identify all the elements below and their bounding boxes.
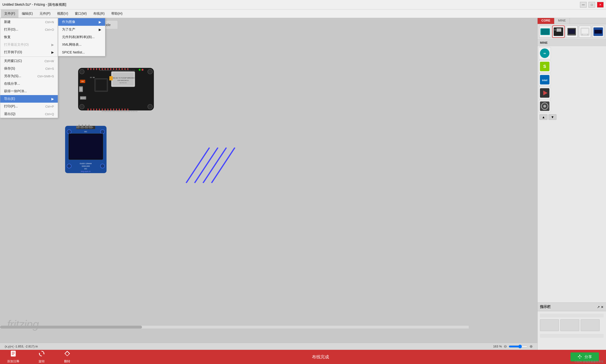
- svg-rect-44: [88, 109, 89, 110]
- export-for-production[interactable]: 为了生产 ▶: [58, 26, 105, 33]
- svg-text:FC 302 AC T2 T2 ESP WROOM 32: FC 302 AC T2 T2 ESP WROOM 32: [110, 77, 136, 79]
- bottom-toolbar: 添加注释 旋转 翻转 布线完成: [0, 350, 606, 364]
- part-thumb-2[interactable]: [552, 26, 565, 38]
- export-netlist-xml[interactable]: XML网络表...: [58, 41, 105, 49]
- minimize-button[interactable]: —: [580, 2, 587, 8]
- svg-point-63: [100, 130, 105, 134]
- svg-rect-98: [595, 30, 602, 33]
- svg-line-2: [203, 148, 226, 183]
- vendor-arduino[interactable]: ∞: [539, 47, 551, 59]
- vendor-icons: ∞ S intel: [538, 46, 606, 121]
- menu-view[interactable]: 视图(V): [54, 10, 71, 18]
- menu-save[interactable]: 保存(S) Ctrl+S: [0, 65, 58, 72]
- svg-rect-93: [582, 29, 588, 34]
- esp-thumb-icon: [553, 26, 564, 37]
- svg-text:I2C: I2C: [84, 168, 87, 170]
- file-menu-dropdown: 新建 Ctrl+N 打开(O)... Ctrl+O 恢复 打开最近文件(O) ▶…: [0, 18, 58, 118]
- svg-rect-37: [119, 68, 120, 70]
- svg-text:S: S: [543, 64, 546, 69]
- divider-1: [0, 56, 58, 57]
- menu-get-pcb[interactable]: 获得一块PCB...: [0, 88, 58, 95]
- svg-text:3V3 GND D15 D2 D4 RX2 TX2 D5 D: 3V3 GND D15 D2 D4 RX2 TX2 D5 D18 D19 D21…: [102, 111, 137, 112]
- share-icon: [577, 354, 583, 360]
- svg-rect-118: [581, 356, 582, 357]
- menu-component[interactable]: 元件(P): [36, 10, 54, 18]
- indicator-close-button[interactable]: ✕: [601, 305, 604, 309]
- rotate-svg-icon: [38, 350, 45, 357]
- rotate-button[interactable]: 旋转: [38, 350, 45, 364]
- menu-share-online[interactable]: 在线分享...: [0, 80, 58, 88]
- export-as-image[interactable]: 作为图像 ▶: [58, 18, 105, 26]
- vendor-play[interactable]: [539, 87, 551, 99]
- svg-text:∞: ∞: [543, 51, 546, 55]
- zoom-slider[interactable]: [509, 345, 528, 348]
- svg-rect-26: [88, 68, 89, 70]
- scroll-down-button[interactable]: ▼: [549, 114, 556, 120]
- window-controls: — □ ✕: [580, 2, 604, 8]
- menu-print[interactable]: 打印(P)... Ctrl+P: [0, 103, 58, 110]
- svg-rect-30: [99, 68, 100, 70]
- cat-tab-core[interactable]: CORE: [538, 17, 554, 24]
- svg-rect-31: [102, 68, 103, 70]
- scroll-up-button[interactable]: ▲: [539, 114, 548, 120]
- flip-button[interactable]: 翻转: [64, 350, 70, 364]
- module-thumb-icon: [580, 26, 590, 37]
- zoom-in-button[interactable]: ⊕: [529, 344, 533, 349]
- add-note-button[interactable]: 添加注释: [7, 350, 19, 364]
- vendor-intel[interactable]: intel: [539, 74, 551, 86]
- status-bar: (x,y)=( -1.853, -2.817) in 163 % ⊖ ⊕: [0, 343, 537, 350]
- restore-button[interactable]: □: [589, 2, 595, 8]
- zoom-out-button[interactable]: ⊖: [504, 344, 507, 349]
- menu-edit[interactable]: 编辑(E): [18, 10, 36, 18]
- svg-rect-10: [112, 73, 134, 86]
- svg-rect-50: [105, 109, 106, 110]
- svg-rect-32: [105, 68, 106, 70]
- esp32-component[interactable]: FC 302 AC T2 T2 ESP WROOM 32 ESP-WROOM-3…: [76, 65, 156, 113]
- window-title: Untitled Sketch.fzz* - Fritzing - [面包板视图…: [2, 3, 66, 7]
- menu-window[interactable]: 窗口(W): [71, 10, 90, 18]
- menu-new[interactable]: 新建 Ctrl+N: [0, 18, 58, 26]
- svg-point-41: [139, 69, 141, 71]
- rotate-label: 旋转: [39, 359, 45, 364]
- menu-export[interactable]: 导出(E) ▶: [0, 95, 58, 103]
- part-thumb-5[interactable]: [592, 26, 604, 38]
- canvas-area[interactable]: FC 302 AC T2 T2 ESP WROOM 32 ESP-WROOM-3…: [0, 29, 537, 350]
- arduino-thumb-icon: [540, 26, 550, 37]
- svg-point-42: [142, 69, 143, 71]
- zoom-level: 163 %: [493, 345, 502, 348]
- menu-save-as[interactable]: 另存为(S)... Ctrl+Shift+S: [0, 72, 58, 80]
- part-thumb-4[interactable]: [579, 26, 591, 38]
- svg-rect-116: [578, 356, 579, 357]
- menu-open[interactable]: 打开(O)... Ctrl+O: [0, 26, 58, 33]
- scrollbar-thumb[interactable]: [0, 326, 142, 328]
- part-thumb-1[interactable]: [539, 26, 551, 38]
- menu-open-example[interactable]: 打开例子(O) ▶: [0, 49, 58, 56]
- indicator-float-button[interactable]: ↗: [597, 305, 600, 309]
- menu-routing[interactable]: 布线(R): [90, 10, 108, 18]
- watermark: fritzing: [7, 318, 39, 331]
- mine-section-header: MINE: [538, 39, 606, 46]
- menu-close-window[interactable]: 关闭窗口(C) Ctrl+W: [0, 57, 58, 65]
- export-spice-netlist[interactable]: SPICE Netlist...: [58, 49, 105, 56]
- footer-credit: CSDN @瑞昊索捷世界军: [575, 360, 604, 364]
- horizontal-scrollbar[interactable]: [0, 326, 469, 328]
- title-bar: Untitled Sketch.fzz* - Fritzing - [面包板视图…: [0, 0, 606, 10]
- cat-tab-mine[interactable]: MINE: [554, 17, 570, 24]
- svg-rect-29: [96, 68, 97, 70]
- vendor-circular[interactable]: [539, 100, 551, 112]
- svg-line-3: [212, 148, 235, 183]
- menu-help[interactable]: 帮助(H): [108, 10, 126, 18]
- part-thumb-3[interactable]: [566, 26, 578, 38]
- menu-file[interactable]: 文件(F): [1, 10, 18, 18]
- menu-quit[interactable]: 退出(Q) Ctrl+Q: [0, 110, 58, 118]
- menu-revert[interactable]: 恢复: [0, 33, 58, 41]
- export-bom[interactable]: 元件列表(材料单)(B)...: [58, 33, 105, 41]
- svg-rect-45: [90, 109, 91, 110]
- indicator-panel: 指示栏 ↗ ✕: [537, 302, 606, 350]
- indicator-box-1: [540, 319, 559, 331]
- close-button[interactable]: ✕: [597, 2, 604, 8]
- vendor-seeed[interactable]: S: [539, 60, 551, 73]
- menu-recent: 打开最近文件(O) ▶: [0, 41, 58, 49]
- svg-text:EN: EN: [81, 81, 84, 82]
- oled-component[interactable]: VCC GND SCL SDA I2C OLED 128x64 SSD1306 …: [64, 125, 108, 174]
